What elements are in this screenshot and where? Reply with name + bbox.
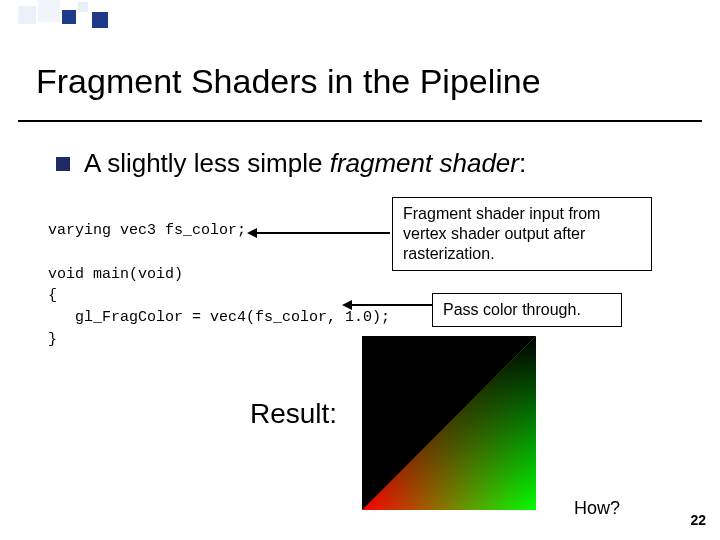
bullet-text-prefix: A slightly less simple: [84, 148, 330, 178]
title-rule: [18, 120, 702, 122]
arrow-to-varying: [255, 232, 390, 234]
arrow-to-assignment: [350, 304, 432, 306]
bullet-text-emph: fragment shader: [330, 148, 519, 178]
code-block: varying vec3 fs_color; void main(void) {…: [48, 220, 390, 351]
bullet-text: A slightly less simple fragment shader:: [84, 148, 526, 179]
callout-pass-through: Pass color through.: [432, 293, 622, 327]
bullet-icon: [56, 157, 70, 171]
result-label: Result:: [250, 398, 337, 430]
callout-fragment-input: Fragment shader input from vertex shader…: [392, 197, 652, 271]
slide: Fragment Shaders in the Pipeline A sligh…: [0, 0, 720, 540]
template-decoration: [18, 0, 178, 24]
page-title: Fragment Shaders in the Pipeline: [36, 62, 541, 101]
result-image: [362, 336, 536, 510]
page-number: 22: [690, 512, 706, 528]
how-label: How?: [574, 498, 620, 519]
bullet-text-suffix: :: [519, 148, 526, 178]
bullet-line: A slightly less simple fragment shader:: [56, 148, 526, 179]
